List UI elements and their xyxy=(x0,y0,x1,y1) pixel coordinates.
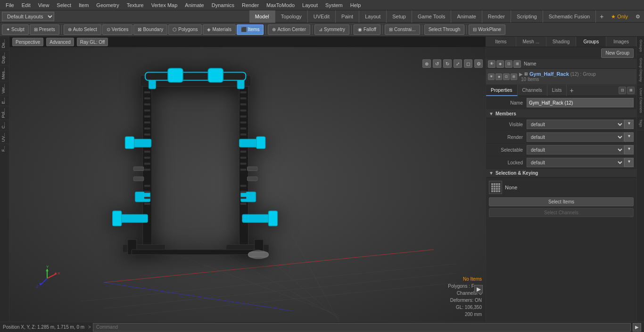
viewport-icon-frame[interactable]: ◻ xyxy=(464,59,472,68)
rvt-user-channels[interactable]: User Channels xyxy=(637,85,644,116)
layout-tab-gametools[interactable]: Game Tools xyxy=(412,10,452,23)
layout-tab-schematic[interactable]: Schematic Fusion xyxy=(543,10,596,23)
select-through-button[interactable]: Select Through xyxy=(424,24,465,35)
left-tab-mes[interactable]: Mes... xyxy=(0,65,9,81)
command-input[interactable] xyxy=(93,323,631,332)
name-input[interactable] xyxy=(527,98,634,107)
locked-select[interactable]: default xyxy=(527,158,624,167)
menu-dynamics[interactable]: Dynamics xyxy=(208,0,238,10)
menu-geometry[interactable]: Geometry xyxy=(92,0,123,10)
menu-item[interactable]: Item xyxy=(75,0,92,10)
layout-tab-render[interactable]: Render xyxy=(482,10,511,23)
left-tab-e[interactable]: E... xyxy=(0,95,9,106)
rp-tab-groups[interactable]: Groups xyxy=(576,37,606,47)
viewport-icon-undo[interactable]: ↺ xyxy=(433,59,441,68)
command-run-button[interactable]: ▶ xyxy=(633,323,641,332)
layout-tab-scripting[interactable]: Scripting xyxy=(511,10,543,23)
menu-file[interactable]: File xyxy=(2,0,18,10)
constrain-button[interactable]: ⊞ Constrai... xyxy=(385,24,420,35)
new-group-button[interactable]: New Group xyxy=(601,49,634,58)
visible-select[interactable]: default xyxy=(527,120,624,129)
visible-arrow[interactable]: ▾ xyxy=(624,120,634,129)
layout-tab-paint[interactable]: Paint xyxy=(336,10,359,23)
left-tab-c[interactable]: C... xyxy=(0,120,9,130)
3d-scene[interactable]: X Y Z No Items Polygons : Face Channels:… xyxy=(9,47,486,322)
rp-tab-mesh[interactable]: Mesh ... xyxy=(516,37,546,47)
rp-tab-items[interactable]: Items xyxy=(486,37,516,47)
locked-arrow[interactable]: ▾ xyxy=(624,158,634,167)
left-tab-pol[interactable]: Pol... xyxy=(0,106,9,120)
viewport-icon-redo[interactable]: ↻ xyxy=(443,59,452,68)
layout-tab-add[interactable]: + xyxy=(596,10,607,23)
props-tab-lists[interactable]: Lists xyxy=(547,85,567,96)
symmetry-button[interactable]: ⊿ Symmetry xyxy=(314,24,349,35)
select-channels-button[interactable]: Select Channels xyxy=(489,208,634,217)
layout-gear[interactable]: ⚙ xyxy=(632,10,644,23)
sk-grid-icon[interactable] xyxy=(489,181,502,194)
menu-help[interactable]: Help xyxy=(347,0,365,10)
props-tab-channels[interactable]: Channels xyxy=(518,85,547,96)
rp-tab-images[interactable]: Images xyxy=(606,37,636,47)
group-vis-icon[interactable]: ⊞ xyxy=(511,73,517,80)
left-tab-dup[interactable]: Dup... xyxy=(0,50,9,65)
autoselect-button[interactable]: ⊛ Auto Select xyxy=(64,24,101,35)
menu-texture[interactable]: Texture xyxy=(123,0,148,10)
group-eye-icon[interactable]: 👁 xyxy=(488,73,495,80)
members-section-header[interactable]: ▼ Members xyxy=(486,110,636,118)
viewport[interactable]: Perspective Advanced Ray GL: Off xyxy=(9,37,486,322)
left-tab-ver[interactable]: Ver... xyxy=(0,81,9,96)
render-arrow[interactable]: ▾ xyxy=(624,132,634,142)
props-icon-2[interactable]: ⊞ xyxy=(627,87,635,94)
props-tab-add[interactable]: + xyxy=(567,85,576,96)
presets-button[interactable]: ⊞ Presets xyxy=(30,24,59,35)
props-icon-1[interactable]: ⊡ xyxy=(619,87,626,94)
boundary-button[interactable]: ⊠ Boundary xyxy=(133,24,167,35)
action-center-button[interactable]: ⊕ Action Center xyxy=(268,24,310,35)
layout-tab-setup[interactable]: Setup xyxy=(387,10,412,23)
layout-tab-topology[interactable]: Topology xyxy=(275,10,308,23)
viewport-icon-transform[interactable]: ⊕ xyxy=(422,59,431,68)
group-render-icon[interactable]: ◈ xyxy=(495,73,502,80)
items-button[interactable]: ⬛ Items xyxy=(237,24,264,35)
rvt-tags[interactable]: Tags xyxy=(637,116,644,130)
selection-keying-header[interactable]: ▼ Selection & Keying xyxy=(486,169,636,178)
menu-layout[interactable]: Layout xyxy=(298,0,322,10)
sculpt-button[interactable]: ✦ Sculpt xyxy=(2,24,29,35)
polygons-button[interactable]: ⬡ Polygons xyxy=(168,24,202,35)
left-tab-f[interactable]: F... xyxy=(0,144,9,154)
menu-render[interactable]: Render xyxy=(238,0,263,10)
props-tab-properties[interactable]: Properties xyxy=(486,85,518,96)
layout-tab-layout[interactable]: Layout xyxy=(359,10,387,23)
layout-tab-animate[interactable]: Animate xyxy=(451,10,482,23)
workplane-button[interactable]: ⊟ WorkPlane xyxy=(469,24,505,35)
selectable-arrow[interactable]: ▾ xyxy=(624,145,634,154)
viewport-arrow[interactable]: ▶ xyxy=(474,285,483,293)
viewport-icon-expand[interactable]: ⤢ xyxy=(454,59,462,68)
viewport-raygl-btn[interactable]: Ray GL: Off xyxy=(77,38,108,46)
menu-system[interactable]: System xyxy=(322,0,347,10)
rp-tab-shading[interactable]: Shading xyxy=(546,37,577,47)
select-items-button[interactable]: Select Items xyxy=(489,197,634,206)
group-item-row[interactable]: 👁 ◈ ⊡ ⊞ ▶ ⊞ Gym_Half_Rack (12) : Group 1… xyxy=(486,69,636,85)
menu-edit[interactable]: Edit xyxy=(18,0,34,10)
group-expand-arrow[interactable]: ▶ xyxy=(519,72,523,77)
left-tab-de[interactable]: De... xyxy=(0,37,9,50)
menu-animate[interactable]: Animate xyxy=(181,0,207,10)
menu-view[interactable]: View xyxy=(34,0,53,10)
render-select[interactable]: default xyxy=(527,132,624,142)
menu-select[interactable]: Select xyxy=(53,0,75,10)
materials-button[interactable]: ◈ Materials xyxy=(203,24,236,35)
viewport-icon-settings[interactable]: ⚙ xyxy=(474,59,483,68)
rvt-groups[interactable]: Groups xyxy=(637,37,644,55)
group-sel-icon[interactable]: ⊡ xyxy=(503,73,510,80)
vertices-button[interactable]: ⊙ Vertices xyxy=(102,24,133,35)
viewport-perspective-btn[interactable]: Perspective xyxy=(12,38,43,46)
viewport-advanced-btn[interactable]: Advanced xyxy=(46,38,74,46)
selectable-select[interactable]: default xyxy=(527,145,624,154)
menu-maxtomodo[interactable]: MaxToModo xyxy=(263,0,298,10)
falloff-button[interactable]: ◉ Falloff xyxy=(354,24,380,35)
menu-vertexmap[interactable]: Vertex Map xyxy=(148,0,182,10)
layout-tab-model[interactable]: Model xyxy=(249,10,275,23)
layout-tab-uvedit[interactable]: UVEdit xyxy=(308,10,336,23)
left-tab-uv[interactable]: UV... xyxy=(0,130,9,144)
